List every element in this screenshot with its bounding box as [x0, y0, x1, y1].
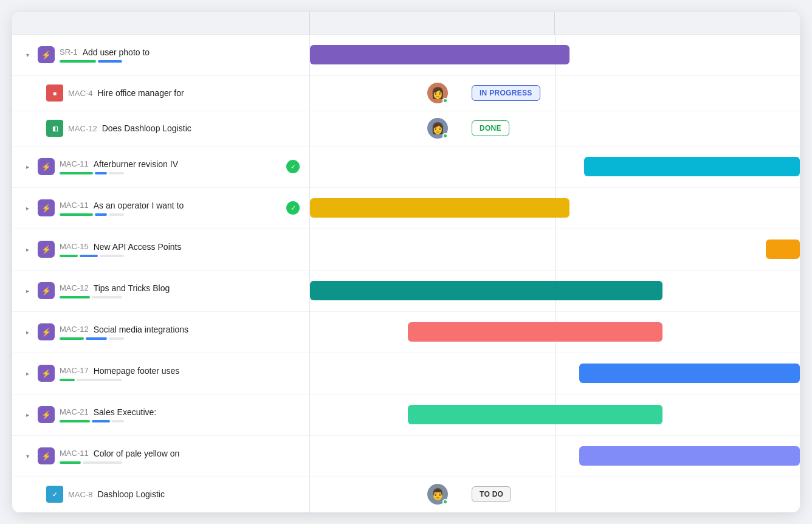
- gantt-row: [310, 312, 800, 353]
- header-row: [12, 12, 800, 35]
- gantt-row: [310, 229, 800, 271]
- expand-button[interactable]: ▾: [22, 49, 33, 60]
- item-name: Homepage footer uses: [94, 366, 180, 376]
- progress-bars: [60, 337, 300, 340]
- item-id: MAC-21: [60, 407, 89, 416]
- expand-button[interactable]: ▸: [22, 244, 33, 255]
- item-content: MAC-11Afterburner revision IV: [60, 159, 283, 174]
- gantt-row: [310, 188, 800, 229]
- expand-button[interactable]: ▸: [22, 285, 33, 296]
- item-id: SR-1: [60, 47, 78, 57]
- item-content: MAC-12Tips and Tricks Blog: [60, 283, 300, 298]
- item-content: MAC-21Sales Executive:: [60, 407, 300, 422]
- item-id: MAC-11: [60, 159, 89, 168]
- progress-bars: [60, 60, 300, 63]
- item-badge-icon: ⚡: [38, 241, 55, 258]
- sub-epic-row: ◧MAC-12Does Dashloop Logistic: [12, 111, 309, 147]
- done-badge: ✓: [286, 201, 300, 215]
- item-content: SR-1Add user photo to: [60, 47, 300, 63]
- item-badge-icon: ⚡: [38, 365, 55, 382]
- item-badge-icon: ⚡: [38, 406, 55, 423]
- item-id: MAC-15: [60, 242, 89, 251]
- epic-row: ▸⚡MAC-12Tips and Tricks Blog: [12, 271, 309, 312]
- sub-item-name: Dashloop Logistic: [97, 489, 165, 499]
- item-badge-icon: ⚡: [38, 282, 55, 299]
- item-content: MAC-12Social media integrations: [60, 325, 300, 340]
- epic-row: ▸⚡MAC-21Sales Executive:: [12, 395, 309, 436]
- gantt-row: [310, 271, 800, 312]
- item-id: MAC-12: [60, 283, 89, 292]
- sub-item-name: Hire office manager for: [97, 88, 184, 98]
- avatar: 👩: [427, 83, 448, 103]
- gantt-bar[interactable]: [408, 322, 662, 342]
- gantt-bar[interactable]: [766, 240, 800, 259]
- item-badge-icon: ⚡: [38, 46, 55, 63]
- gantt-bar[interactable]: [310, 198, 569, 218]
- gantt-row: [310, 395, 800, 436]
- gantt-row: [310, 353, 800, 395]
- sub-item-id: MAC-8: [68, 490, 92, 499]
- epic-column: ▾⚡SR-1Add user photo to■MAC-4Hire office…: [12, 35, 310, 512]
- gantt-sub-row: 👩IN PROGRESS: [310, 76, 800, 111]
- progress-bars: [60, 296, 300, 298]
- gantt-bar[interactable]: [310, 45, 569, 64]
- item-name: New API Access Points: [94, 242, 182, 252]
- epic-row: ▾⚡SR-1Add user photo to: [12, 35, 309, 76]
- expand-button[interactable]: ▸: [22, 161, 33, 172]
- gantt-row: [310, 436, 800, 477]
- progress-bars: [60, 420, 300, 422]
- sub-item-badge-icon: ■: [46, 84, 63, 102]
- gantt-sub-row: 👨TO DO: [310, 477, 800, 512]
- status-badge: DONE: [472, 120, 509, 136]
- item-badge-icon: ⚡: [38, 447, 55, 464]
- expand-button[interactable]: ▸: [22, 202, 33, 213]
- gantt-row: [310, 147, 800, 188]
- expand-button[interactable]: ▸: [22, 368, 33, 379]
- item-id: MAC-11: [60, 449, 89, 458]
- item-content: MAC-11Color of pale yellow on: [60, 449, 300, 464]
- item-badge-icon: ⚡: [38, 158, 55, 175]
- item-name: Color of pale yellow on: [94, 449, 180, 458]
- epic-row: ▸⚡MAC-11As an operator I want to✓: [12, 188, 309, 229]
- gantt-card: ▾⚡SR-1Add user photo to■MAC-4Hire office…: [12, 12, 800, 512]
- avatar: 👩: [427, 118, 448, 139]
- progress-bars: [60, 213, 283, 216]
- gantt-bar[interactable]: [408, 405, 662, 424]
- epic-row: ▸⚡MAC-11Afterburner revision IV✓: [12, 147, 309, 188]
- item-name: Add user photo to: [83, 47, 150, 57]
- sub-item-id: MAC-12: [68, 124, 97, 133]
- epic-row: ▸⚡MAC-17Homepage footer uses: [12, 353, 309, 395]
- status-badge: IN PROGRESS: [472, 85, 540, 101]
- gantt-column: 👩IN PROGRESS👩DONE👨TO DO: [310, 35, 800, 512]
- body: ▾⚡SR-1Add user photo to■MAC-4Hire office…: [12, 35, 800, 512]
- item-content: MAC-17Homepage footer uses: [60, 366, 300, 381]
- item-badge-icon: ⚡: [38, 323, 55, 340]
- sub-item-badge-icon: ✓: [46, 486, 63, 503]
- expand-button[interactable]: ▸: [22, 409, 33, 420]
- gantt-bar[interactable]: [310, 281, 662, 300]
- sub-item-name: Does Dashloop Logistic: [102, 123, 191, 133]
- epic-row: ▸⚡MAC-12Social media integrations: [12, 312, 309, 353]
- item-id: MAC-12: [60, 325, 89, 334]
- item-id: MAC-11: [60, 201, 89, 210]
- item-content: MAC-15New API Access Points: [60, 242, 300, 257]
- expand-button[interactable]: ▸: [22, 326, 33, 337]
- gantt-bar[interactable]: [579, 364, 800, 383]
- expand-button[interactable]: ▾: [22, 450, 33, 461]
- item-name: Sales Executive:: [94, 407, 157, 417]
- epic-row: ▾⚡MAC-11Color of pale yellow on: [12, 436, 309, 477]
- progress-bars: [60, 461, 300, 464]
- epic-header: [12, 12, 310, 34]
- gantt-sub-row: 👩DONE: [310, 111, 800, 147]
- gantt-bar[interactable]: [579, 446, 800, 466]
- may-header: [310, 12, 555, 34]
- item-name: As an operator I want to: [94, 201, 184, 210]
- status-badge: TO DO: [472, 486, 511, 502]
- sub-epic-row: ✓MAC-8Dashloop Logistic: [12, 477, 309, 512]
- item-name: Social media integrations: [94, 325, 188, 334]
- sub-item-badge-icon: ◧: [46, 120, 63, 137]
- item-content: MAC-11As an operator I want to: [60, 201, 283, 216]
- item-id: MAC-17: [60, 366, 89, 375]
- item-name: Afterburner revision IV: [94, 159, 178, 169]
- gantt-bar[interactable]: [584, 157, 800, 176]
